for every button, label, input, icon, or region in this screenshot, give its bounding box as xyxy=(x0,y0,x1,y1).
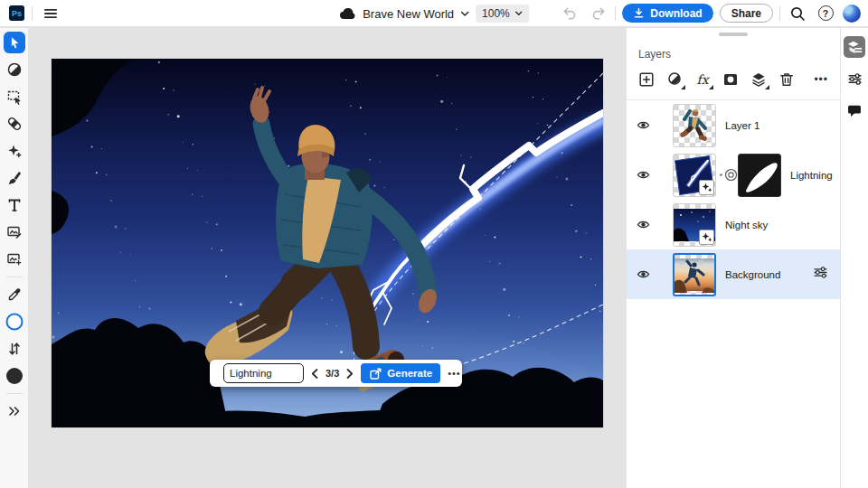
divider xyxy=(6,393,23,394)
sliders-icon xyxy=(813,265,828,280)
hamburger-icon xyxy=(43,7,58,20)
brush-tool[interactable] xyxy=(4,167,25,189)
generative-badge-icon xyxy=(699,230,714,245)
eyedropper-icon xyxy=(6,286,23,303)
object-select-icon xyxy=(6,89,23,105)
search-button[interactable] xyxy=(787,3,808,24)
layer-thumbnail[interactable] xyxy=(673,203,716,247)
mask-link-icon[interactable] xyxy=(724,168,738,182)
layer-stack-button[interactable] xyxy=(750,70,768,89)
redo-button[interactable] xyxy=(587,3,609,24)
chevron-right-icon xyxy=(346,369,354,379)
layers-panel-title: Layers xyxy=(638,48,840,61)
chevron-down-icon xyxy=(514,11,523,16)
generative-badge-icon xyxy=(699,180,714,195)
layer-thumbnail[interactable] xyxy=(673,154,716,197)
share-button[interactable]: Share xyxy=(720,4,773,23)
hamburger-menu-button[interactable] xyxy=(40,3,61,24)
panel-drag-handle[interactable] xyxy=(719,33,748,36)
layer-row-background[interactable]: Background xyxy=(627,249,840,299)
delete-layer-button[interactable] xyxy=(778,70,796,89)
layer-row-night-sky[interactable]: Night sky xyxy=(627,200,840,249)
sparkle-icon xyxy=(6,143,23,159)
layers-panel-toolbar: fx •• xyxy=(627,61,840,100)
divider xyxy=(779,6,780,21)
divider xyxy=(6,277,23,277)
type-T-icon xyxy=(6,197,23,213)
eyedropper-tool[interactable] xyxy=(4,284,25,305)
submenu-corner-icon xyxy=(765,85,769,89)
adjust-tool[interactable] xyxy=(4,59,25,80)
layer-effects-button[interactable]: fx xyxy=(693,70,712,89)
swap-colors-button[interactable] xyxy=(4,338,25,360)
comments-panel-tab[interactable] xyxy=(844,99,865,121)
bandaid-icon xyxy=(6,116,23,132)
photoshop-web-app: Ps Brave New World 100% xyxy=(0,0,868,488)
undo-icon xyxy=(561,5,579,22)
move-cursor-icon xyxy=(7,35,22,50)
generate-image-icon xyxy=(6,251,23,267)
layer-properties-button[interactable] xyxy=(813,265,828,284)
visibility-eye-icon[interactable] xyxy=(636,267,651,281)
search-icon xyxy=(789,5,806,22)
object-select-tool[interactable] xyxy=(4,86,25,108)
move-tool[interactable] xyxy=(4,32,25,53)
generate-image-tool[interactable] xyxy=(4,249,25,270)
visibility-eye-icon[interactable] xyxy=(636,218,651,231)
adjustments-panel-tab[interactable] xyxy=(844,68,865,89)
prompt-input[interactable] xyxy=(223,363,304,383)
user-avatar[interactable] xyxy=(843,5,861,23)
type-tool[interactable] xyxy=(4,194,25,216)
layer-row-lightning[interactable]: Lightning xyxy=(627,150,840,200)
heal-patch-tool[interactable] xyxy=(4,113,25,135)
download-button[interactable]: Download xyxy=(622,4,712,23)
generative-prompt-bar: 3/3 Generate ••• xyxy=(210,360,462,387)
layer-thumbnail-selected[interactable] xyxy=(673,253,716,296)
zoom-value: 100% xyxy=(482,7,510,20)
more-tools-button[interactable] xyxy=(4,400,25,422)
trash-icon xyxy=(778,71,795,88)
cloud-sync-icon xyxy=(339,7,356,20)
help-button[interactable]: ? xyxy=(815,3,836,24)
submenu-corner-icon xyxy=(681,85,685,89)
visibility-eye-icon[interactable] xyxy=(636,118,651,132)
layer-thumbnail[interactable] xyxy=(673,104,716,147)
prompt-more-options-button[interactable]: ••• xyxy=(448,368,461,379)
document-title[interactable]: Brave New World xyxy=(363,7,454,21)
adjustment-layer-button[interactable] xyxy=(665,70,684,89)
new-layer-icon xyxy=(638,71,655,88)
submenu-corner-icon xyxy=(709,85,713,89)
document-canvas[interactable]: 3/3 Generate ••• xyxy=(52,59,603,427)
zoom-level-dropdown[interactable]: 100% xyxy=(476,5,529,23)
background-color-swatch[interactable] xyxy=(4,365,25,387)
layers-panel-icon xyxy=(847,40,863,55)
panel-switcher-strip xyxy=(840,28,868,488)
mask-icon xyxy=(722,71,739,88)
edit-image-icon xyxy=(6,224,23,240)
chevron-down-icon[interactable] xyxy=(460,11,469,17)
help-icon: ? xyxy=(818,5,834,21)
layer-mask-thumbnail[interactable] xyxy=(738,154,781,197)
layers-more-options-button[interactable]: ••• xyxy=(814,73,828,86)
layer-name: Layer 1 xyxy=(725,120,760,131)
canvas-workspace: 3/3 Generate ••• xyxy=(30,28,626,488)
generate-button[interactable]: Generate xyxy=(361,363,440,383)
foreground-color-swatch[interactable] xyxy=(4,311,25,333)
photoshop-logo[interactable]: Ps xyxy=(9,5,24,21)
add-mask-button[interactable] xyxy=(722,70,740,89)
edit-image-tool[interactable] xyxy=(4,221,25,243)
next-variation-button[interactable] xyxy=(346,366,354,380)
fx-icon: fx xyxy=(696,73,708,86)
visibility-eye-icon[interactable] xyxy=(636,168,651,182)
layer-row-layer-1[interactable]: Layer 1 xyxy=(627,100,840,150)
redo-icon xyxy=(590,5,607,22)
comment-bubble-icon xyxy=(847,103,862,117)
previous-variation-button[interactable] xyxy=(311,366,318,380)
undo-button[interactable] xyxy=(559,3,580,24)
foreground-color-icon xyxy=(5,312,24,332)
new-layer-button[interactable] xyxy=(637,70,656,89)
generative-fill-tool[interactable] xyxy=(4,140,25,162)
generate-icon xyxy=(369,367,382,380)
double-chevron-icon xyxy=(7,405,22,418)
layers-panel-tab[interactable] xyxy=(844,36,865,58)
